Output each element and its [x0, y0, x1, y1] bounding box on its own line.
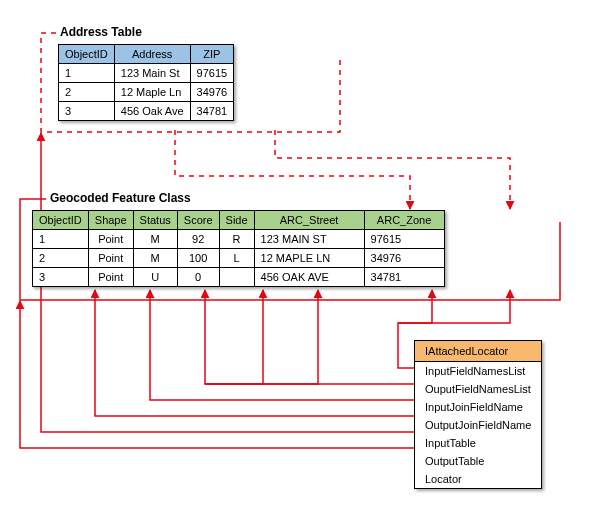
cell-address: 123 Main St [114, 64, 190, 83]
table-row: 2 12 Maple Ln 34976 [59, 83, 234, 102]
locator-prop: OutputTable [415, 452, 542, 470]
table-row: 2 Point M 100 L 12 MAPLE LN 34976 [33, 249, 445, 268]
cell-objectid: 3 [33, 268, 89, 287]
cell-side: L [219, 249, 254, 268]
locator-title: IAttachedLocator [415, 341, 542, 362]
table-row: 3 Point U 0 456 OAK AVE 34781 [33, 268, 445, 287]
col-header: Address [114, 45, 190, 64]
table-row: 1 123 Main St 97615 [59, 64, 234, 83]
locator-prop: InputTable [415, 434, 542, 452]
cell-objectid: 1 [59, 64, 115, 83]
cell-objectid: 1 [33, 230, 89, 249]
cell-side [219, 268, 254, 287]
geocoded-table-title: Geocoded Feature Class [48, 191, 193, 205]
cell-objectid: 2 [59, 83, 115, 102]
cell-shape: Point [88, 249, 133, 268]
cell-street: 12 MAPLE LN [254, 249, 364, 268]
cell-side: R [219, 230, 254, 249]
cell-shape: Point [88, 268, 133, 287]
col-header: Status [133, 211, 177, 230]
locator-prop: OuputFieldNamesList [415, 380, 542, 398]
col-header: Side [219, 211, 254, 230]
col-header: ObjectID [33, 211, 89, 230]
cell-street: 123 MAIN ST [254, 230, 364, 249]
locator-prop: InputJoinFieldName [415, 398, 542, 416]
table-row: 3 456 Oak Ave 34781 [59, 102, 234, 121]
iattachedlocator-box: IAttachedLocator InputFieldNamesList Oup… [414, 340, 542, 489]
col-header: ARC_Zone [364, 211, 444, 230]
cell-objectid: 2 [33, 249, 89, 268]
cell-zone: 97615 [364, 230, 444, 249]
col-header: ZIP [190, 45, 234, 64]
cell-status: M [133, 230, 177, 249]
cell-score: 100 [177, 249, 219, 268]
cell-zone: 34976 [364, 249, 444, 268]
cell-score: 0 [177, 268, 219, 287]
table-row: 1 Point M 92 R 123 MAIN ST 97615 [33, 230, 445, 249]
address-table: ObjectID Address ZIP 1 123 Main St 97615… [58, 44, 234, 121]
cell-score: 92 [177, 230, 219, 249]
col-header: Shape [88, 211, 133, 230]
col-header: Score [177, 211, 219, 230]
locator-prop: InputFieldNamesList [415, 362, 542, 381]
cell-street: 456 OAK AVE [254, 268, 364, 287]
cell-zip: 97615 [190, 64, 234, 83]
col-header: ObjectID [59, 45, 115, 64]
col-header: ARC_Street [254, 211, 364, 230]
cell-status: M [133, 249, 177, 268]
cell-zip: 34976 [190, 83, 234, 102]
address-table-title: Address Table [58, 25, 144, 39]
cell-objectid: 3 [59, 102, 115, 121]
cell-zip: 34781 [190, 102, 234, 121]
cell-status: U [133, 268, 177, 287]
cell-address: 456 Oak Ave [114, 102, 190, 121]
cell-shape: Point [88, 230, 133, 249]
geocoded-feature-class-table: ObjectID Shape Status Score Side ARC_Str… [32, 210, 445, 287]
locator-prop: OutputJoinFieldName [415, 416, 542, 434]
cell-address: 12 Maple Ln [114, 83, 190, 102]
cell-zone: 34781 [364, 268, 444, 287]
locator-prop: Locator [415, 470, 542, 489]
